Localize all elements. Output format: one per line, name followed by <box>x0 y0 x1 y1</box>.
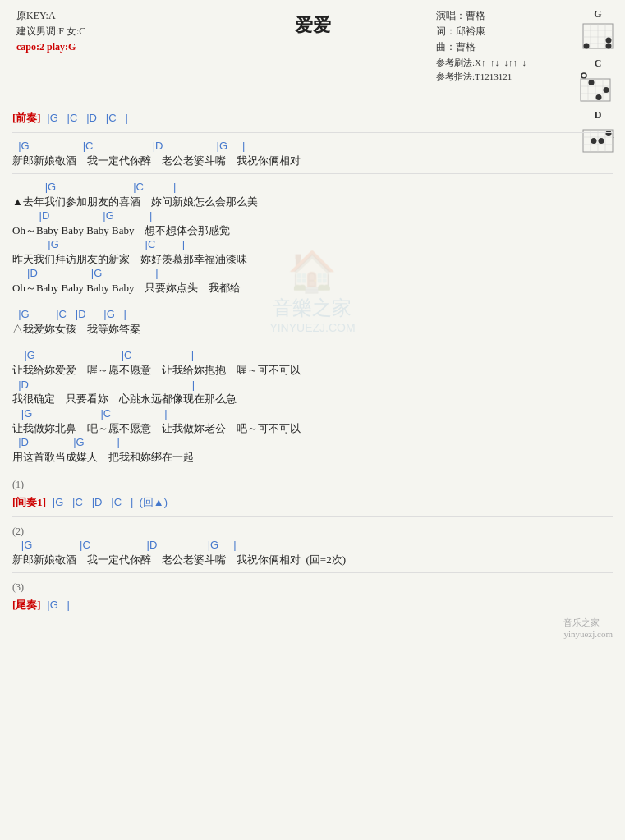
intro-bracket: [前奏] <box>12 112 41 124</box>
singer: 演唱：曹格 <box>436 8 526 24</box>
footer: 音乐之家 yinyuezj.com <box>563 617 613 639</box>
svg-point-10 <box>581 73 586 78</box>
svg-point-17 <box>589 80 595 85</box>
chord-diagram-c: C <box>579 57 617 103</box>
s4-chord1: |G |C | <box>12 349 613 363</box>
section-4: |G |C | 让我给妳爱爱 喔～愿不愿意 让我给妳抱抱 喔～可不可以 |D |… <box>12 349 613 464</box>
s2-chord3: |G |C | <box>12 238 613 252</box>
page: 原KEY:A 建议男调:F 女:C capo:2 play:G 爱爱 演唱：曹格… <box>0 0 625 647</box>
strum-pattern: 参考刷法:X↑_↑↓_↓↑↑_↓ <box>436 56 526 71</box>
s2-chord4: |D |G | <box>12 267 613 281</box>
s4-chord3: |G |C | <box>12 407 613 421</box>
chord-name-g: G <box>594 8 601 21</box>
s4-lyric1: 让我给妳爱爱 喔～愿不愿意 让我给妳抱抱 喔～可不可以 <box>12 363 613 378</box>
finger-pattern: 参考指法:T1213121 <box>436 70 526 85</box>
s2-chord2: |D |G | <box>12 209 613 223</box>
num-2: (2) <box>12 524 613 539</box>
interlude-section: (1) [间奏1] |G |C |D |C | (回▲) <box>12 477 613 512</box>
svg-point-8 <box>606 38 612 44</box>
intro-section: [前奏] |G |C |D |C | <box>12 108 613 127</box>
performer-info: 演唱：曹格 词：邱裕康 曲：曹格 参考刷法:X↑_↑↓_↓↑↑_↓ 参考指法:T… <box>436 8 526 85</box>
section-3: |G |C |D |G | △我爱妳女孩 我等妳答案 <box>12 308 613 337</box>
s2-lyric2: Oh～Baby Baby Baby Baby 想不想体会那感觉 <box>12 223 613 238</box>
outro-chords: |G | <box>44 599 70 611</box>
svg-point-18 <box>604 87 609 93</box>
lyricist: 词：邱裕康 <box>436 24 526 39</box>
suggested-key: 建议男调:F 女:C <box>16 24 85 39</box>
svg-point-9 <box>606 44 612 49</box>
content-area: [前奏] |G |C |D |C | |G |C |D |G | 新郎新娘敬酒 … <box>12 108 613 614</box>
chord-grid-g <box>581 22 614 51</box>
outro-bracket: [尾奏] <box>12 599 41 611</box>
outro-section: (3) [尾奏] |G | <box>12 580 613 614</box>
s2-chord1: |G |C | <box>12 181 613 195</box>
interlude-chords: |G |C |D |C | (回▲) <box>49 496 168 508</box>
s3-chord: |G |C |D |G | <box>12 308 613 322</box>
num-1: (1) <box>12 477 613 492</box>
s5-chord: |G |C |D |G | <box>12 539 613 553</box>
s5-lyric: 新郎新娘敬酒 我一定代你醉 老公老婆斗嘴 我祝你俩相对 (回=2次) <box>12 553 613 567</box>
section-5: (2) |G |C |D |G | 新郎新娘敬酒 我一定代你醉 老公老婆斗嘴 我… <box>12 524 613 567</box>
key-info: 原KEY:A 建议男调:F 女:C capo:2 play:G <box>16 8 85 56</box>
num-3: (3) <box>12 580 613 594</box>
s2-lyric1: ▲去年我们参加朋友的喜酒 妳问新娘怎么会那么美 <box>12 195 613 209</box>
s2-lyric4: Oh～Baby Baby Baby Baby 只要妳点头 我都给 <box>12 281 613 296</box>
s4-lyric2: 我很确定 只要看妳 心跳永远都像现在那么急 <box>12 392 613 406</box>
s1-chord: |G |C |D |G | <box>12 140 613 154</box>
section-1: |G |C |D |G | 新郎新娘敬酒 我一定代你醉 老公老婆斗嘴 我祝你俩相… <box>12 140 613 168</box>
intro-chords: |G |C |D |C | <box>44 112 128 124</box>
s3-lyric: △我爱妳女孩 我等妳答案 <box>12 322 613 337</box>
s4-lyric4: 用这首歌当成媒人 把我和妳绑在一起 <box>12 450 613 465</box>
chord-diagram-g: G <box>581 8 614 51</box>
section-2: |G |C | ▲去年我们参加朋友的喜酒 妳问新娘怎么会那么美 |D |G | … <box>12 181 613 296</box>
chord-name-c: C <box>595 57 602 70</box>
footer-line2: yinyuezj.com <box>563 629 613 639</box>
interlude-bracket: [间奏1] <box>12 496 46 508</box>
capo-info: capo:2 play:G <box>16 39 85 55</box>
footer-line1: 音乐之家 <box>563 617 613 629</box>
s2-lyric3: 昨天我们拜访朋友的新家 妳好羡慕那幸福油漆味 <box>12 252 613 267</box>
s4-chord2: |D | <box>12 379 613 392</box>
s1-lyric: 新郎新娘敬酒 我一定代你醉 老公老婆斗嘴 我祝你俩相对 <box>12 154 613 168</box>
composer: 曲：曹格 <box>436 39 526 55</box>
original-key: 原KEY:A <box>16 8 85 24</box>
s4-lyric3: 让我做妳北鼻 吧～愿不愿意 让我做妳老公 吧～可不可以 <box>12 421 613 436</box>
chord-grid-c <box>579 71 617 103</box>
s4-chord4: |D |G | <box>12 436 613 450</box>
svg-point-19 <box>596 94 602 100</box>
svg-point-7 <box>584 44 590 49</box>
